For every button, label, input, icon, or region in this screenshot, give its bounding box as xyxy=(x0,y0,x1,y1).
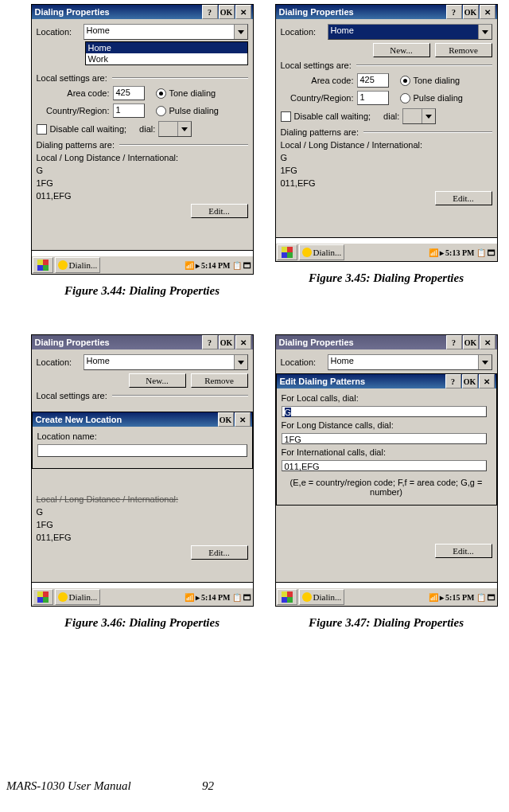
pulse-radio[interactable] xyxy=(156,106,166,116)
country-field[interactable]: 1 xyxy=(357,91,389,105)
dial-combo[interactable] xyxy=(402,108,436,124)
screenshot-344: Dialing Properties ? OK ✕ Location: Home… xyxy=(31,4,254,275)
figure-caption: Figure 3.46: Dialing Properties xyxy=(64,616,220,630)
international-label: For International calls, dial: xyxy=(282,447,492,457)
location-dropdown[interactable]: HomeWork xyxy=(85,41,248,65)
country-label: Country/Region: xyxy=(37,106,110,115)
tone-radio[interactable] xyxy=(156,88,166,99)
manual-title: MARS-1030 User Manual xyxy=(6,779,131,793)
taskbar-app[interactable]: Dialin... xyxy=(55,589,101,605)
dial-combo[interactable] xyxy=(158,121,192,137)
local-calls-field[interactable]: G xyxy=(282,406,487,417)
tray-icon[interactable]: 📶 xyxy=(429,593,438,602)
close-button[interactable]: ✕ xyxy=(235,5,251,19)
screenshot-346: Dialing Properties ? OK ✕ Location: Home… xyxy=(31,334,254,607)
window-title: Dialing Properties xyxy=(33,7,201,17)
chevron-down-icon[interactable] xyxy=(234,355,247,369)
location-name-label: Location name: xyxy=(37,431,247,441)
location-combo[interactable]: Home xyxy=(84,354,248,370)
ok-button[interactable]: OK xyxy=(219,335,235,349)
pulse-radio[interactable] xyxy=(400,93,410,103)
new-button[interactable]: New... xyxy=(373,43,430,57)
help-button[interactable]: ? xyxy=(202,335,218,349)
edit-button[interactable]: Edit... xyxy=(435,191,492,205)
app-icon xyxy=(58,592,68,602)
disable-waiting-checkbox[interactable] xyxy=(37,124,47,135)
local-settings-label: Local settings are: xyxy=(37,73,107,83)
tray-icon[interactable]: 📶 xyxy=(185,593,194,602)
start-button[interactable] xyxy=(277,589,297,605)
tray-icon[interactable]: 🗔 xyxy=(488,593,495,602)
ok-button[interactable]: OK xyxy=(219,5,235,19)
tray-icon[interactable]: 📶 xyxy=(185,261,194,270)
chevron-down-icon[interactable] xyxy=(478,355,492,369)
edit-button[interactable]: Edit... xyxy=(191,204,248,218)
tray-icon[interactable]: 📋 xyxy=(476,248,486,257)
start-button[interactable] xyxy=(33,257,53,273)
new-button[interactable]: New... xyxy=(129,373,186,388)
tray-icon[interactable]: 📋 xyxy=(476,593,486,602)
close-button[interactable]: ✕ xyxy=(479,374,495,388)
figure-caption: Figure 3.47: Dialing Properties xyxy=(309,616,464,630)
help-button[interactable]: ? xyxy=(446,335,462,349)
create-location-dialog: Create New Location OK ✕ Location name: xyxy=(32,412,253,469)
tray-icon[interactable]: 📋 xyxy=(232,593,242,602)
taskbar-app[interactable]: Dialin... xyxy=(55,257,101,273)
tray-icon[interactable]: 🗔 xyxy=(243,261,251,270)
taskbar-app[interactable]: Dialin... xyxy=(299,244,345,260)
start-button[interactable] xyxy=(33,589,53,605)
page-number: 92 xyxy=(202,779,214,793)
location-combo[interactable]: Home xyxy=(328,24,492,40)
disable-waiting-checkbox[interactable] xyxy=(281,111,291,122)
taskbar: Dialin... 📶▸5:14 PM📋🗔 xyxy=(32,588,253,606)
clock: 5:15 PM xyxy=(445,593,474,602)
remove-button[interactable]: Remove xyxy=(435,43,492,57)
app-icon xyxy=(302,592,312,602)
help-button[interactable]: ? xyxy=(446,5,462,19)
windows-icon xyxy=(37,260,49,271)
start-button[interactable] xyxy=(277,244,297,260)
clock: 5:14 PM xyxy=(201,261,230,270)
tray-icon[interactable]: 📋 xyxy=(232,261,242,270)
long-distance-field[interactable]: 1FG xyxy=(282,433,487,444)
area-code-field[interactable]: 425 xyxy=(357,73,389,88)
tray-icon[interactable]: 🗔 xyxy=(243,593,251,602)
international-field[interactable]: 011,EFG xyxy=(282,460,487,471)
location-label: Location: xyxy=(37,27,80,37)
screenshot-345: Dialing Properties ? OK ✕ Location: Home… xyxy=(275,4,498,262)
country-field[interactable]: 1 xyxy=(113,103,145,118)
location-combo[interactable]: Home xyxy=(328,354,492,370)
ok-button[interactable]: OK xyxy=(463,5,479,19)
ok-button[interactable]: OK xyxy=(463,335,479,349)
tray-icon[interactable]: 📶 xyxy=(429,248,438,257)
windows-icon xyxy=(37,591,49,603)
help-button[interactable]: ? xyxy=(202,5,218,19)
close-button[interactable]: ✕ xyxy=(480,5,495,19)
location-combo[interactable]: Home xyxy=(84,24,248,40)
taskbar: Dialin... 📶▸5:13 PM📋🗔 xyxy=(276,243,497,261)
close-button[interactable]: ✕ xyxy=(235,335,251,349)
location-name-field[interactable] xyxy=(37,444,247,457)
tray-icon[interactable]: 🗔 xyxy=(488,248,495,257)
help-button[interactable]: ? xyxy=(445,374,461,388)
close-button[interactable]: ✕ xyxy=(480,335,495,349)
figure-caption: Figure 3.45: Dialing Properties xyxy=(309,271,464,285)
figure-caption: Figure 3.44: Dialing Properties xyxy=(64,284,220,298)
area-code-field[interactable]: 425 xyxy=(113,86,145,100)
edit-button[interactable]: Edit... xyxy=(435,544,492,558)
ok-button[interactable]: OK xyxy=(462,374,478,388)
edit-button[interactable]: Edit... xyxy=(191,545,248,560)
ok-button[interactable]: OK xyxy=(218,412,234,427)
titlebar: Dialing Properties ? OK ✕ xyxy=(276,335,497,349)
local-calls-label: For Local calls, dial: xyxy=(282,393,492,403)
windows-icon xyxy=(282,591,293,603)
edit-patterns-dialog: Edit Dialing Patterns ? OK ✕ For Local c… xyxy=(276,373,497,506)
tone-radio[interactable] xyxy=(400,76,410,86)
remove-button[interactable]: Remove xyxy=(191,373,248,388)
app-icon xyxy=(58,260,68,270)
chevron-down-icon[interactable] xyxy=(478,25,492,39)
modal-titlebar: Edit Dialing Patterns ? OK ✕ xyxy=(277,374,496,388)
taskbar-app[interactable]: Dialin... xyxy=(299,589,345,605)
chevron-down-icon[interactable] xyxy=(234,25,247,39)
close-button[interactable]: ✕ xyxy=(235,412,251,427)
